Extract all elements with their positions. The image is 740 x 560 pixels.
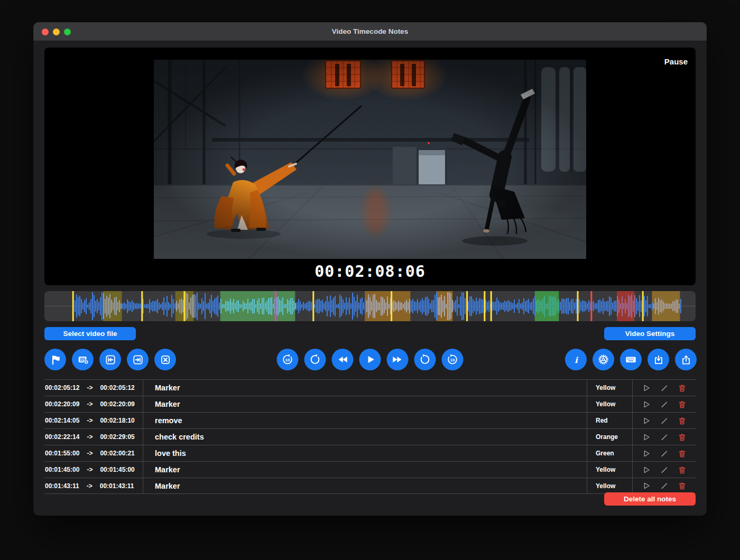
window-title: Video Timecode Notes: [33, 22, 707, 41]
pencil-icon: [660, 481, 669, 490]
play-outline-icon: [642, 449, 651, 458]
play-button[interactable]: [359, 349, 381, 370]
gear-icon: [597, 353, 609, 366]
play-outline-icon: [642, 433, 651, 442]
play-note-button[interactable]: [642, 400, 651, 409]
pencil-icon: [660, 465, 669, 474]
note-color-label: Yellow: [587, 478, 632, 493]
delete-note-button[interactable]: [678, 400, 687, 409]
rewind-button[interactable]: [332, 349, 354, 370]
select-video-file-button[interactable]: Select video file: [44, 327, 136, 340]
step-forward-button[interactable]: [414, 349, 436, 370]
edit-note-button[interactable]: [660, 481, 669, 490]
note-text: Marker: [143, 478, 587, 493]
waveform-canvas[interactable]: [44, 291, 696, 321]
svg-text:i: i: [575, 355, 579, 365]
play-outline-icon: [642, 384, 651, 393]
play-note-button[interactable]: [642, 384, 651, 393]
clear-selection-button[interactable]: [154, 349, 176, 370]
play-note-button[interactable]: [642, 465, 651, 474]
delete-note-button[interactable]: [678, 384, 687, 393]
edit-note-button[interactable]: [660, 384, 669, 393]
note-out-timecode: 00:01:45:00: [100, 466, 134, 473]
export-button[interactable]: [675, 349, 697, 370]
play-outline-icon: [642, 465, 651, 474]
timecode-arrow: ->: [87, 482, 92, 490]
pause-button[interactable]: Pause: [664, 57, 688, 66]
edit-note-button[interactable]: [660, 449, 669, 458]
delete-note-button[interactable]: [678, 449, 687, 458]
trash-icon: [678, 416, 687, 425]
play-note-button[interactable]: [642, 481, 651, 490]
delete-note-button[interactable]: [678, 416, 687, 425]
jump-to-start-button[interactable]: [99, 349, 121, 370]
note-in-timecode: 00:02:14:05: [45, 417, 79, 424]
trash-icon: [678, 384, 687, 393]
current-timecode: 00:02:08:06: [44, 262, 696, 281]
marker-toolbar: [44, 349, 176, 370]
trash-icon: [678, 433, 687, 442]
note-out-timecode: 00:02:20:09: [100, 400, 134, 408]
export-icon: [680, 354, 692, 366]
timecode-arrow: ->: [87, 450, 92, 457]
edit-note-button[interactable]: [660, 465, 669, 474]
note-out-timecode: 00:02:00:21: [100, 450, 134, 457]
note-text: Marker: [143, 396, 587, 412]
play-note-button[interactable]: [642, 449, 651, 458]
flag-icon: [50, 354, 61, 366]
edit-note-button[interactable]: [660, 400, 669, 409]
jump-to-end-icon: [132, 354, 144, 366]
delete-all-notes-button[interactable]: Delete all notes: [604, 492, 696, 506]
trash-icon: [678, 465, 687, 474]
note-text: Marker: [143, 462, 587, 478]
jump-to-end-button[interactable]: [127, 349, 149, 370]
note-row: 00:01:55:00 -> 00:02:00:21 love this Gre…: [44, 445, 696, 461]
video-player[interactable]: Pause 00:02:08:06: [44, 48, 696, 285]
edit-note-button[interactable]: [660, 416, 669, 425]
add-note-icon: [77, 354, 89, 366]
pencil-icon: [660, 416, 669, 425]
add-note-button[interactable]: [72, 349, 94, 370]
delete-note-button[interactable]: [678, 433, 687, 442]
play-note-button[interactable]: [642, 433, 651, 442]
trash-icon: [678, 449, 687, 458]
play-note-button[interactable]: [642, 416, 651, 425]
note-color-label: Orange: [587, 429, 632, 445]
step-back-button[interactable]: [304, 349, 326, 370]
keyboard-icon: [625, 353, 637, 366]
note-in-timecode: 00:01:45:00: [45, 466, 79, 473]
timecode-arrow: ->: [87, 466, 92, 473]
timecode-arrow: ->: [87, 417, 92, 424]
jump-to-start-icon: [105, 354, 116, 366]
waveform-timeline[interactable]: [44, 291, 696, 321]
note-color-label: Yellow: [587, 462, 632, 478]
settings-gear-button[interactable]: [593, 349, 614, 370]
play-outline-icon: [642, 416, 651, 425]
note-text: Marker: [143, 380, 587, 396]
forward-10-seconds-button[interactable]: 10: [442, 349, 464, 370]
play-icon: [364, 353, 376, 366]
note-text: check credits: [143, 429, 587, 445]
play-outline-icon: [642, 400, 651, 409]
back-10-seconds-button[interactable]: 10: [277, 349, 299, 370]
trash-icon: [678, 400, 687, 409]
note-in-timecode: 00:02:05:12: [45, 384, 79, 391]
note-in-timecode: 00:02:22:14: [45, 433, 79, 441]
fast-forward-button[interactable]: [387, 349, 409, 370]
flag-marker-button[interactable]: [44, 349, 66, 370]
info-button[interactable]: i: [565, 349, 587, 370]
play-outline-icon: [642, 481, 651, 490]
rewind-icon: [337, 353, 349, 366]
note-text: remove: [143, 413, 587, 428]
note-color-label: Yellow: [587, 380, 632, 396]
svg-text:10: 10: [285, 358, 290, 362]
note-in-timecode: 00:01:43:11: [45, 482, 79, 490]
edit-note-button[interactable]: [660, 433, 669, 442]
delete-note-button[interactable]: [678, 465, 687, 474]
import-button[interactable]: [648, 349, 669, 370]
pencil-icon: [660, 400, 669, 409]
keyboard-shortcuts-button[interactable]: [620, 349, 642, 370]
note-in-timecode: 00:02:20:09: [45, 400, 79, 408]
delete-note-button[interactable]: [678, 481, 687, 490]
video-settings-button[interactable]: Video Settings: [604, 327, 696, 340]
